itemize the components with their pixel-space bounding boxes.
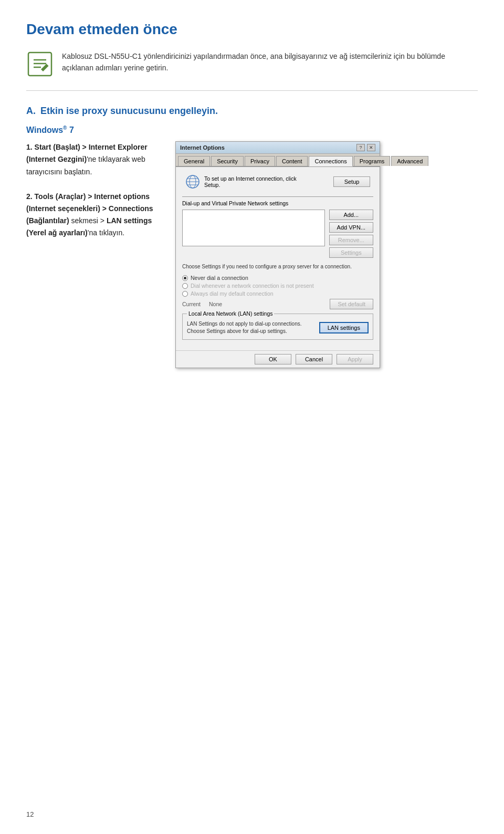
tab-privacy[interactable]: Privacy [245,156,275,166]
tab-content[interactable]: Content [276,156,308,166]
current-label: Current [182,301,201,307]
section-a-heading: A. Etkin ise proxy sunucusunu engelleyin… [26,106,478,117]
cancel-button[interactable]: Cancel [296,354,332,364]
settings-button[interactable]: Settings [329,247,373,258]
radio-whenever-circle[interactable] [182,283,188,289]
radio-never-circle[interactable] [182,275,188,281]
dialog-body: To set up an Internet connection, click … [176,167,380,350]
setup-row: To set up an Internet connection, click … [182,172,373,191]
dialog-tabs: General Security Privacy Content Connect… [176,154,380,167]
current-value: None [209,301,222,307]
tab-security[interactable]: Security [211,156,244,166]
note-text: Kablosuz DSL-N55U-C1 yönlendiricinizi ya… [62,50,478,74]
setup-button[interactable]: Setup [333,176,370,187]
vpn-list-box [182,210,325,246]
lan-desc: LAN Settings do not apply to dial-up con… [187,320,302,335]
titlebar-controls: ? ✕ [356,144,375,151]
dialog-titlebar: Internet Options ? ✕ [176,142,380,154]
note-box: Kablosuz DSL-N55U-C1 yönlendiricinizi ya… [26,50,478,91]
vpn-list-area: Add... Add VPN... Remove... Settings [182,210,373,258]
radio-whenever: Dial whenever a network connection is no… [182,283,373,289]
radio-always-label: Always dial my default connection [191,290,274,297]
radio-never: Never dial a connection [182,275,373,281]
apply-button[interactable]: Apply [337,354,373,364]
tab-advanced[interactable]: Advanced [391,156,428,166]
lan-row: LAN Settings do not apply to dial-up con… [187,318,369,335]
tab-connections[interactable]: Connections [309,156,352,166]
lan-settings-button[interactable]: LAN settings [319,322,369,333]
lan-section: Local Area Network (LAN) settings LAN Se… [182,314,373,340]
close-button[interactable]: ✕ [367,144,375,151]
ok-button[interactable]: OK [255,354,291,364]
internet-options-dialog: Internet Options ? ✕ General Security Pr… [175,141,380,368]
divider-1 [182,196,373,197]
lan-section-label: Local Area Network (LAN) settings [187,310,274,317]
radio-always-circle[interactable] [182,291,188,297]
help-button[interactable]: ? [356,144,365,151]
vpn-buttons: Add... Add VPN... Remove... Settings [329,210,373,258]
dial-vpn-label: Dial-up and Virtual Private Network sett… [182,200,373,206]
step-2: 2. Tools (Araçlar) > Internet options (I… [26,191,163,239]
dialog-footer: OK Cancel Apply [176,350,380,368]
setup-text: To set up an Internet connection, click … [204,175,309,188]
add-vpn-button[interactable]: Add VPN... [329,222,373,233]
content-row: 1. Start (Başlat) > Internet Explorer (I… [26,141,478,368]
setup-left: To set up an Internet connection, click … [185,174,309,189]
tab-general[interactable]: General [178,156,210,166]
dialog-wrapper: Internet Options ? ✕ General Security Pr… [175,141,478,368]
os-label: Windows® 7 [26,125,478,135]
radio-always: Always dial my default connection [182,290,373,297]
globe-icon [185,174,200,189]
remove-button[interactable]: Remove... [329,235,373,245]
add-button[interactable]: Add... [329,210,373,220]
current-row: Current None Set default [182,299,373,309]
radio-never-label: Never dial a connection [191,275,248,281]
proxy-info-text: Choose Settings if you need to configure… [182,263,373,270]
dialog-title: Internet Options [180,144,225,151]
step-1: 1. Start (Başlat) > Internet Explorer (I… [26,141,163,178]
radio-whenever-label: Dial whenever a network connection is no… [191,283,314,289]
steps-column: 1. Start (Başlat) > Internet Explorer (I… [26,141,163,252]
tab-programs[interactable]: Programs [354,156,391,166]
page-title: Devam etmeden önce [26,21,478,38]
note-icon [26,50,54,78]
set-default-button[interactable]: Set default [330,299,373,309]
